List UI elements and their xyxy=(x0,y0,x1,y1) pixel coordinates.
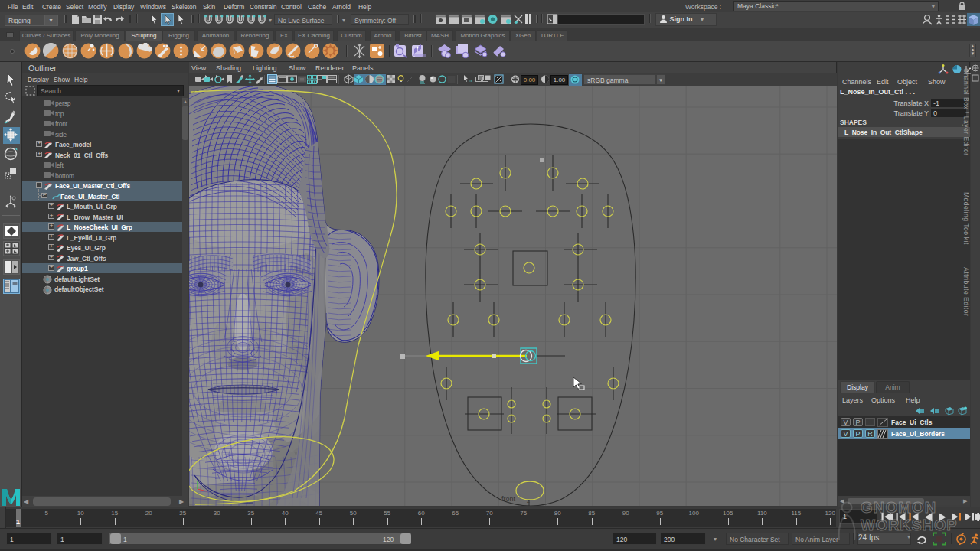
svg-text:z: z xyxy=(527,497,530,504)
svg-text:front: front xyxy=(501,495,516,503)
